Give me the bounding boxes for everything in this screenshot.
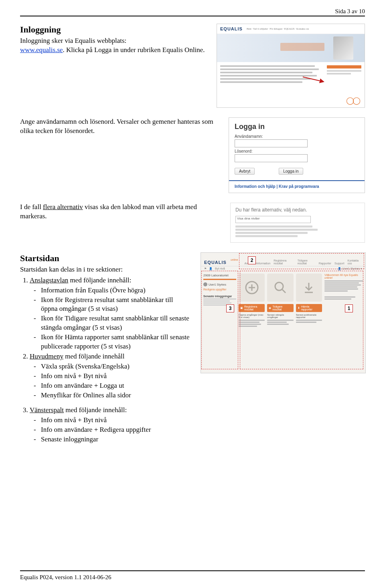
text: I de fall: [20, 203, 43, 211]
brand-logo: EQUALIS: [204, 260, 227, 265]
text-underline: Anslagstavlan: [30, 276, 68, 284]
text: med följande innehåll:: [68, 276, 131, 284]
list-item: Information från Equalis (Övre högra): [41, 286, 191, 295]
alternatives-text: I de fall flera alternativ visas ska den…: [20, 203, 221, 221]
password-label: Lösenord:: [235, 149, 359, 153]
list-item: Växla språk (Svenska/Engelska): [41, 362, 191, 371]
startpage-screenshot: EQUALIS online Användarinformation Regis…: [201, 252, 365, 373]
login-dialog-title: Logga in: [235, 123, 359, 131]
callout-box-2: [239, 253, 364, 269]
list-item: Senaste inloggningar: [41, 435, 191, 444]
page-footer: Equalis P024, version 1.1 2014-06-26: [20, 574, 111, 581]
text: med följande innehåll:: [64, 406, 127, 414]
page-header: Sida 3 av 10: [20, 8, 365, 16]
callout-box-1: [240, 271, 363, 369]
brand-sub: online: [231, 258, 238, 261]
login-button[interactable]: Logga in: [279, 168, 303, 175]
callout-label-2: 2: [248, 256, 256, 264]
list-item-2: Huvudmeny med följande innehåll Växla sp…: [30, 352, 191, 400]
list-item: Menyflikar för Onlines alla sidor: [41, 391, 191, 400]
callout-label-1: 1: [345, 304, 353, 312]
login-intro: Inloggning sker via Equalis webbplats: w…: [20, 36, 207, 55]
svg-line-0: [303, 77, 324, 82]
text: . Klicka på Logga in under rubriken Equa…: [63, 46, 205, 54]
list-item: Ikon för Hämta rapporter samt snabblänka…: [41, 333, 191, 351]
list-item-1: Anslagstavlan med följande innehåll: Inf…: [30, 276, 191, 352]
section-title-login: Inloggning: [20, 24, 207, 36]
login-form-screenshot: Logga in Användarnamn: Lösenord: Avbryt …: [229, 117, 365, 193]
homepage-screenshot: EQUALIS Hem · Vad vi erbjuder · För delt…: [217, 24, 365, 108]
section-title-startpage: Startsidan: [20, 252, 191, 264]
login-footer-links[interactable]: Information och hjälp | Krav på programv…: [235, 184, 359, 189]
password-input[interactable]: [235, 154, 308, 162]
equalis-url-link[interactable]: www.equalis.se: [20, 46, 63, 54]
username-input[interactable]: [235, 139, 308, 147]
start-intro: Startsidan kan delas in i tre sektioner:: [20, 265, 191, 274]
cancel-button[interactable]: Avbryt: [235, 168, 255, 175]
level-select[interactable]: Visa dina nivåer: [235, 216, 311, 223]
change-level-pill[interactable]: Byt nivå: [215, 267, 225, 270]
text-underline: Huvudmeny: [30, 352, 63, 360]
username-label: Användarnamn:: [235, 134, 359, 139]
callout-label-3: 3: [226, 304, 234, 312]
list-item: Info om nivå + Byt nivå: [41, 372, 191, 381]
list-item: Info om nivå + Byt nivå: [41, 416, 191, 425]
list-item: Info om användare + Redigera uppgifter: [41, 425, 191, 435]
text: Inloggning sker via Equalis webbplats:: [20, 37, 126, 44]
list-item: Info om användare + Logga ut: [41, 381, 191, 391]
text: med följande innehåll: [63, 352, 124, 360]
list-item-3: Vänsterspalt med följande innehåll: Info…: [30, 406, 191, 444]
text-underline: flera alternativ: [43, 203, 83, 211]
callout-box-3: [201, 271, 238, 369]
alt-dialog-title: Du har flera alternativ, välj nedan.: [235, 207, 360, 213]
list-item: Ikon för Tidigare resultat samt snabblän…: [41, 314, 191, 332]
login-credentials-text: Ange användarnamn och lösenord. Versaler…: [20, 117, 219, 136]
text-underline: Vänsterspalt: [30, 406, 64, 414]
list-item: Ikon för Registrera resultat samt snabbl…: [41, 296, 191, 314]
alternatives-screenshot: Du har flera alternativ, välj nedan. Vis…: [230, 203, 365, 243]
nav-placeholder: Hem · Vad vi erbjuder · För deltagare · …: [247, 28, 309, 30]
arrow-annotation: [302, 75, 326, 83]
brand-logo: EQUALIS: [220, 26, 243, 31]
